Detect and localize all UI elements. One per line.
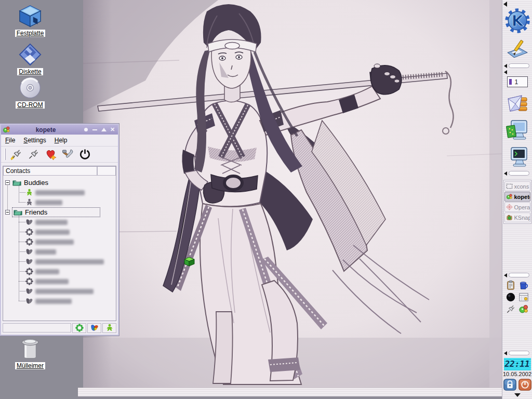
contact-row[interactable] (3, 237, 74, 247)
contact-name-blurred (35, 269, 59, 274)
tree-guide-stub (19, 222, 25, 222)
desktop-icon-festplatte[interactable]: Festplatte (3, 4, 57, 37)
taskbar-button-ksnapshot[interactable]: KSnap (504, 212, 530, 222)
maximize-button[interactable] (100, 126, 108, 134)
klipper-icon[interactable] (506, 280, 516, 290)
contact-row[interactable] (3, 217, 68, 227)
applet-arrow-icon[interactable] (504, 70, 507, 74)
contact-list: Contacts Buddies (3, 166, 116, 321)
sketch-warrior-drawing (83, 0, 502, 388)
kmail-button[interactable] (506, 91, 529, 114)
msn-offline-icon (25, 287, 33, 295)
collapse-expander-icon[interactable] (5, 180, 10, 185)
green-package-icon[interactable] (182, 256, 196, 267)
contact-row[interactable] (3, 197, 62, 207)
logout-button[interactable] (518, 379, 531, 391)
contact-row[interactable] (3, 227, 70, 237)
msn-offline-icon (25, 297, 33, 305)
tree-guide-stub (19, 192, 25, 193)
desktop-icon-cdrom[interactable]: CD-ROM (3, 76, 57, 109)
contact-row[interactable] (3, 247, 56, 257)
msn-status-cell[interactable] (87, 323, 101, 333)
kcontrol-button[interactable] (506, 118, 529, 141)
contact-row[interactable] (3, 276, 69, 286)
contact-row[interactable] (3, 286, 94, 296)
contact-row[interactable] (3, 257, 104, 267)
menu-help[interactable]: Help (55, 137, 68, 144)
applet-handle[interactable] (502, 272, 532, 278)
collapse-expander-icon[interactable] (5, 210, 10, 215)
kopete-tray-icon[interactable] (518, 304, 529, 314)
aim-online-icon (25, 189, 33, 196)
connect-icon[interactable] (10, 148, 23, 161)
aim-status-cell[interactable] (102, 323, 116, 333)
minimize-button[interactable] (91, 126, 99, 134)
panel-hide-arrow-top[interactable] (503, 2, 507, 7)
toolbar (1, 147, 118, 163)
desktop-pager[interactable]: 1 (507, 76, 528, 87)
task-label: Opera (514, 204, 530, 210)
konsole-button[interactable] (506, 145, 529, 168)
cdrom-icon (18, 76, 42, 100)
aim-offline-icon (25, 198, 33, 206)
contact-name-blurred (35, 190, 85, 195)
contacts-column-header[interactable]: Contacts (3, 166, 97, 176)
msn-offline-icon (25, 258, 33, 265)
desktop-icon-muelleimer[interactable]: Mülleimer (3, 337, 57, 370)
group-row-friends[interactable]: Friends (3, 207, 100, 217)
close-button[interactable]: ✕ (109, 126, 116, 134)
panel-hide-arrow-bottom[interactable] (514, 393, 521, 397)
disconnect-icon[interactable] (27, 148, 40, 161)
taskbar-button-xconsole[interactable]: xcons (504, 181, 530, 191)
quit-power-icon[interactable] (78, 148, 91, 161)
applet-handle[interactable] (502, 350, 532, 356)
kopete-window: kopete ✕ File Settings Help Contacts (0, 124, 119, 336)
icq-status-cell[interactable] (72, 323, 86, 333)
contact-name-blurred (35, 249, 56, 255)
kmenu-button[interactable] (504, 8, 530, 34)
sticky-button[interactable] (82, 126, 90, 134)
icq-offline-icon (25, 228, 33, 236)
menubar: File Settings Help (1, 135, 118, 147)
tree-guide-stub (19, 271, 25, 272)
configure-tools-icon[interactable] (61, 148, 74, 161)
applet-handle[interactable] (502, 170, 532, 177)
korganizer-icon[interactable] (518, 292, 529, 302)
group-folder-icon (14, 208, 23, 216)
contact-row[interactable] (3, 296, 72, 306)
toolbar-handle[interactable] (4, 149, 6, 160)
menu-settings[interactable]: Settings (23, 137, 46, 144)
contact-name-blurred (35, 220, 68, 225)
pager-window-rect (509, 79, 512, 85)
msn-offline-icon (25, 218, 33, 226)
taskbar-button-kopete[interactable]: kopete (504, 192, 530, 202)
pager-desktop-number: 1 (515, 78, 518, 86)
list-header-row: Contacts (3, 166, 116, 176)
contact-tree[interactable]: Buddies Friends (3, 176, 116, 321)
clock-date[interactable]: 10.05.2002 (503, 371, 531, 377)
black-circle-tray-icon[interactable] (506, 292, 516, 302)
lock-button[interactable] (503, 379, 516, 391)
teatime-mug-icon[interactable] (518, 280, 529, 290)
contact-row[interactable] (3, 267, 59, 276)
contact-name-blurred (35, 289, 94, 294)
group-row-buddies[interactable]: Buddies (3, 178, 49, 188)
window-title: kopete (10, 126, 81, 134)
menu-file[interactable]: File (5, 137, 15, 144)
icq-offline-icon (25, 268, 33, 275)
desktop-icon-diskette[interactable]: Diskette (3, 43, 57, 76)
digital-clock[interactable]: 22:11 (504, 358, 531, 370)
add-contact-heart-icon[interactable] (44, 148, 57, 161)
applet-arrow-icon (504, 64, 507, 68)
titlebar[interactable]: kopete ✕ (1, 125, 118, 135)
system-tray (504, 280, 530, 315)
tree-guide-stub (19, 251, 25, 252)
icq-online-icon (75, 324, 84, 332)
bottom-taskbar-strip (78, 388, 502, 399)
contact-row[interactable] (3, 188, 85, 197)
plug-tray-icon[interactable] (506, 304, 516, 314)
applet-handle[interactable] (502, 63, 532, 69)
taskbar-button-opera[interactable]: Opera (504, 202, 530, 212)
status-column-header[interactable] (97, 166, 116, 176)
desktop-access-button[interactable] (506, 38, 529, 61)
